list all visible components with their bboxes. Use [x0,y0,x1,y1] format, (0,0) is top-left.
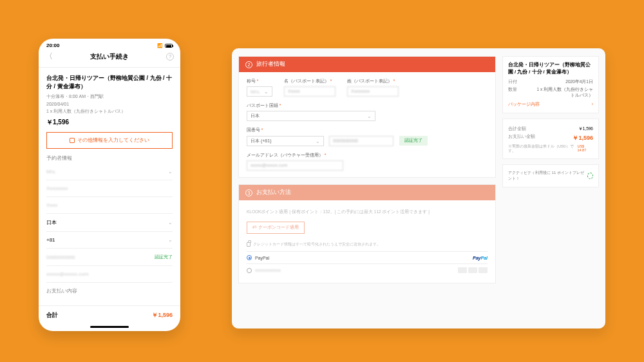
home-indicator [90,326,129,328]
summary-sidebar: 台北発・日帰りツアー（野柳地質公園 / 九份 / 十分 / 黄金瀑布） 日付20… [502,56,599,321]
email-input[interactable]: xxxxx@xxxxx.com [247,160,343,171]
lock-icon [247,242,251,247]
payment-header: 3 お支払い方法 [239,185,495,200]
paypal-logo-icon: PayPal [473,256,488,260]
chevron-down-icon: ⌄ [168,220,173,225]
field-country-code[interactable]: +81⌄ [46,234,173,246]
cc-security-note: クレジットカード情報はすべて暗号化されたうえで安全に送信されます。 [247,238,488,251]
edit-icon [70,138,75,143]
card-option[interactable]: xxxxxxxxxx [247,263,488,276]
field-lastname[interactable]: Xxxx [46,199,173,211]
enter-info-button[interactable]: その他情報を入力してください [46,132,173,149]
status-time: 20:00 [46,43,59,48]
signal-icon [157,43,163,48]
battery-icon [165,44,173,48]
total-label: 合計 [46,312,58,319]
help-button[interactable]: ? [166,53,174,61]
tour-quantity: 1 x 利用人数（九份行きシャトルバス） [46,108,173,115]
total-value: ￥1,596 [152,311,173,319]
side-tour-title: 台北発・日帰りツアー（野柳地質公園 / 九份 / 十分 / 黄金瀑布） [508,62,593,75]
title-select[interactable]: Mrs.⌄ [247,86,272,97]
field-country[interactable]: 日本⌄ [46,216,173,229]
payment-section-label: お支払い内容 [46,288,173,294]
coupon-button[interactable]: 🏷 クーポンコード適用 [247,222,305,234]
tour-date: 2020/04/01 [46,102,173,106]
reward-badge-icon [587,173,593,179]
radio-icon [247,268,252,273]
verify-badge: 認証完了 [155,254,173,260]
field-firstname[interactable]: Xxxxxxxx [46,182,173,195]
paypal-option[interactable]: PayPal PayPal [247,251,488,263]
nav-title: 支払い手続き [53,52,166,61]
package-details-link[interactable]: パッケージ内容› [508,102,593,108]
phone-footer: 合計 ￥1,596 [39,305,180,326]
chevron-down-icon: ⌄ [168,237,173,243]
field-title[interactable]: Mrs.⌄ [46,166,173,178]
lastname-input[interactable]: Xxxxxxxx [347,86,399,97]
booker-section-label: 予約者情報 [46,155,173,162]
back-button[interactable]: 〈 [45,51,53,62]
payment-panel: 3 お支払い方法 KLOOKポイント適用 | 保有ポイント：132。| この予約… [238,184,496,283]
tour-title: 台北発・日帰りツアー（野柳地質公園 / 九份 / 十分 / 黄金瀑布） [46,74,173,90]
country-code-select[interactable]: 日本 (+81)⌄ [247,136,324,146]
status-bar: 20:00 [39,39,180,50]
points-reward: アクティビティ利用後に 11 ポイントプレゼント！ [502,164,599,187]
tour-price: ￥1,596 [46,118,173,127]
chevron-down-icon: ⌄ [168,169,173,175]
radio-icon [247,255,252,260]
traveler-header: 2 旅行者情報 [239,57,495,72]
points-row: KLOOKポイント適用 | 保有ポイント：132。| この予約には最大 112 … [247,207,488,218]
field-email[interactable]: xxxxx@xxxxx.com [46,268,173,280]
nationality-select[interactable]: 日本⌄ [247,111,375,121]
verify-badge: 認証完了 [399,135,428,146]
nav-bar: 〈 支払い手続き ? [39,50,180,68]
desktop-mockup: 2 旅行者情報 称号 * Mrs.⌄ 名（パスポート表記） * Xxxxx 姓（… [232,48,605,329]
tour-subtitle: 十分瀑布・8:00 AM・西門駅 [46,93,173,100]
phone-input[interactable]: 0000000000 [329,136,393,146]
traveler-panel: 2 旅行者情報 称号 * Mrs.⌄ 名（パスポート表記） * Xxxxx 姓（… [238,56,496,178]
firstname-input[interactable]: Xxxxx [284,86,336,97]
field-phone[interactable]: 0000000000認証完了 [46,251,173,263]
phone-mockup: 20:00 〈 支払い手続き ? 台北発・日帰りツアー（野柳地質公園 / 九份 … [39,39,180,331]
